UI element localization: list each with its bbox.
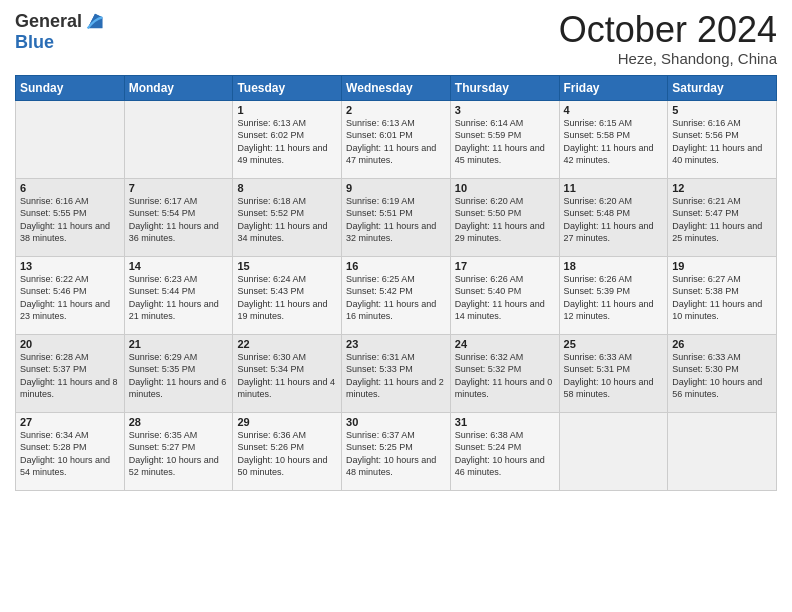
day-cell: 16Sunrise: 6:25 AM Sunset: 5:42 PM Dayli… <box>342 256 451 334</box>
day-cell: 3Sunrise: 6:14 AM Sunset: 5:59 PM Daylig… <box>450 100 559 178</box>
day-info: Sunrise: 6:29 AM Sunset: 5:35 PM Dayligh… <box>129 351 229 401</box>
day-info: Sunrise: 6:14 AM Sunset: 5:59 PM Dayligh… <box>455 117 555 167</box>
header-wednesday: Wednesday <box>342 75 451 100</box>
day-number: 7 <box>129 182 229 194</box>
day-number: 26 <box>672 338 772 350</box>
day-cell <box>16 100 125 178</box>
day-number: 8 <box>237 182 337 194</box>
day-info: Sunrise: 6:27 AM Sunset: 5:38 PM Dayligh… <box>672 273 772 323</box>
day-cell: 28Sunrise: 6:35 AM Sunset: 5:27 PM Dayli… <box>124 412 233 490</box>
day-cell: 2Sunrise: 6:13 AM Sunset: 6:01 PM Daylig… <box>342 100 451 178</box>
day-info: Sunrise: 6:26 AM Sunset: 5:39 PM Dayligh… <box>564 273 664 323</box>
day-info: Sunrise: 6:15 AM Sunset: 5:58 PM Dayligh… <box>564 117 664 167</box>
day-number: 1 <box>237 104 337 116</box>
day-info: Sunrise: 6:30 AM Sunset: 5:34 PM Dayligh… <box>237 351 337 401</box>
day-cell: 30Sunrise: 6:37 AM Sunset: 5:25 PM Dayli… <box>342 412 451 490</box>
day-number: 9 <box>346 182 446 194</box>
header-thursday: Thursday <box>450 75 559 100</box>
day-number: 25 <box>564 338 664 350</box>
day-number: 14 <box>129 260 229 272</box>
header-row: SundayMondayTuesdayWednesdayThursdayFrid… <box>16 75 777 100</box>
logo-blue: Blue <box>15 32 54 52</box>
location: Heze, Shandong, China <box>559 50 777 67</box>
day-number: 3 <box>455 104 555 116</box>
week-row-1: 1Sunrise: 6:13 AM Sunset: 6:02 PM Daylig… <box>16 100 777 178</box>
day-info: Sunrise: 6:26 AM Sunset: 5:40 PM Dayligh… <box>455 273 555 323</box>
day-info: Sunrise: 6:24 AM Sunset: 5:43 PM Dayligh… <box>237 273 337 323</box>
day-number: 27 <box>20 416 120 428</box>
day-cell: 10Sunrise: 6:20 AM Sunset: 5:50 PM Dayli… <box>450 178 559 256</box>
logo: General Blue <box>15 10 106 53</box>
day-cell: 7Sunrise: 6:17 AM Sunset: 5:54 PM Daylig… <box>124 178 233 256</box>
calendar-table: SundayMondayTuesdayWednesdayThursdayFrid… <box>15 75 777 491</box>
month-title: October 2024 <box>559 10 777 50</box>
day-cell: 5Sunrise: 6:16 AM Sunset: 5:56 PM Daylig… <box>668 100 777 178</box>
day-info: Sunrise: 6:36 AM Sunset: 5:26 PM Dayligh… <box>237 429 337 479</box>
logo-general: General <box>15 11 82 32</box>
day-cell: 24Sunrise: 6:32 AM Sunset: 5:32 PM Dayli… <box>450 334 559 412</box>
day-cell: 8Sunrise: 6:18 AM Sunset: 5:52 PM Daylig… <box>233 178 342 256</box>
day-number: 23 <box>346 338 446 350</box>
day-info: Sunrise: 6:35 AM Sunset: 5:27 PM Dayligh… <box>129 429 229 479</box>
day-info: Sunrise: 6:16 AM Sunset: 5:55 PM Dayligh… <box>20 195 120 245</box>
day-number: 16 <box>346 260 446 272</box>
day-cell: 6Sunrise: 6:16 AM Sunset: 5:55 PM Daylig… <box>16 178 125 256</box>
day-cell: 22Sunrise: 6:30 AM Sunset: 5:34 PM Dayli… <box>233 334 342 412</box>
day-number: 20 <box>20 338 120 350</box>
day-cell: 13Sunrise: 6:22 AM Sunset: 5:46 PM Dayli… <box>16 256 125 334</box>
day-number: 30 <box>346 416 446 428</box>
day-cell: 1Sunrise: 6:13 AM Sunset: 6:02 PM Daylig… <box>233 100 342 178</box>
day-cell: 21Sunrise: 6:29 AM Sunset: 5:35 PM Dayli… <box>124 334 233 412</box>
day-number: 15 <box>237 260 337 272</box>
day-info: Sunrise: 6:21 AM Sunset: 5:47 PM Dayligh… <box>672 195 772 245</box>
header-sunday: Sunday <box>16 75 125 100</box>
week-row-2: 6Sunrise: 6:16 AM Sunset: 5:55 PM Daylig… <box>16 178 777 256</box>
page-header: General Blue October 2024 Heze, Shandong… <box>15 10 777 67</box>
day-cell: 27Sunrise: 6:34 AM Sunset: 5:28 PM Dayli… <box>16 412 125 490</box>
day-cell: 23Sunrise: 6:31 AM Sunset: 5:33 PM Dayli… <box>342 334 451 412</box>
day-cell: 4Sunrise: 6:15 AM Sunset: 5:58 PM Daylig… <box>559 100 668 178</box>
day-cell <box>668 412 777 490</box>
day-cell: 29Sunrise: 6:36 AM Sunset: 5:26 PM Dayli… <box>233 412 342 490</box>
day-info: Sunrise: 6:37 AM Sunset: 5:25 PM Dayligh… <box>346 429 446 479</box>
day-number: 22 <box>237 338 337 350</box>
day-number: 2 <box>346 104 446 116</box>
day-info: Sunrise: 6:16 AM Sunset: 5:56 PM Dayligh… <box>672 117 772 167</box>
week-row-3: 13Sunrise: 6:22 AM Sunset: 5:46 PM Dayli… <box>16 256 777 334</box>
day-number: 28 <box>129 416 229 428</box>
day-cell: 19Sunrise: 6:27 AM Sunset: 5:38 PM Dayli… <box>668 256 777 334</box>
day-info: Sunrise: 6:19 AM Sunset: 5:51 PM Dayligh… <box>346 195 446 245</box>
day-number: 18 <box>564 260 664 272</box>
day-number: 29 <box>237 416 337 428</box>
title-block: October 2024 Heze, Shandong, China <box>559 10 777 67</box>
day-cell <box>124 100 233 178</box>
day-info: Sunrise: 6:33 AM Sunset: 5:31 PM Dayligh… <box>564 351 664 401</box>
day-number: 21 <box>129 338 229 350</box>
week-row-4: 20Sunrise: 6:28 AM Sunset: 5:37 PM Dayli… <box>16 334 777 412</box>
day-cell: 26Sunrise: 6:33 AM Sunset: 5:30 PM Dayli… <box>668 334 777 412</box>
day-number: 17 <box>455 260 555 272</box>
day-cell: 12Sunrise: 6:21 AM Sunset: 5:47 PM Dayli… <box>668 178 777 256</box>
day-number: 24 <box>455 338 555 350</box>
day-number: 13 <box>20 260 120 272</box>
day-cell: 25Sunrise: 6:33 AM Sunset: 5:31 PM Dayli… <box>559 334 668 412</box>
day-info: Sunrise: 6:33 AM Sunset: 5:30 PM Dayligh… <box>672 351 772 401</box>
day-cell: 14Sunrise: 6:23 AM Sunset: 5:44 PM Dayli… <box>124 256 233 334</box>
day-number: 4 <box>564 104 664 116</box>
day-info: Sunrise: 6:31 AM Sunset: 5:33 PM Dayligh… <box>346 351 446 401</box>
day-info: Sunrise: 6:22 AM Sunset: 5:46 PM Dayligh… <box>20 273 120 323</box>
header-tuesday: Tuesday <box>233 75 342 100</box>
day-info: Sunrise: 6:20 AM Sunset: 5:48 PM Dayligh… <box>564 195 664 245</box>
day-info: Sunrise: 6:34 AM Sunset: 5:28 PM Dayligh… <box>20 429 120 479</box>
week-row-5: 27Sunrise: 6:34 AM Sunset: 5:28 PM Dayli… <box>16 412 777 490</box>
day-cell: 11Sunrise: 6:20 AM Sunset: 5:48 PM Dayli… <box>559 178 668 256</box>
header-saturday: Saturday <box>668 75 777 100</box>
day-number: 19 <box>672 260 772 272</box>
day-cell: 31Sunrise: 6:38 AM Sunset: 5:24 PM Dayli… <box>450 412 559 490</box>
day-number: 5 <box>672 104 772 116</box>
day-number: 31 <box>455 416 555 428</box>
day-number: 6 <box>20 182 120 194</box>
day-info: Sunrise: 6:13 AM Sunset: 6:02 PM Dayligh… <box>237 117 337 167</box>
day-info: Sunrise: 6:13 AM Sunset: 6:01 PM Dayligh… <box>346 117 446 167</box>
day-info: Sunrise: 6:32 AM Sunset: 5:32 PM Dayligh… <box>455 351 555 401</box>
